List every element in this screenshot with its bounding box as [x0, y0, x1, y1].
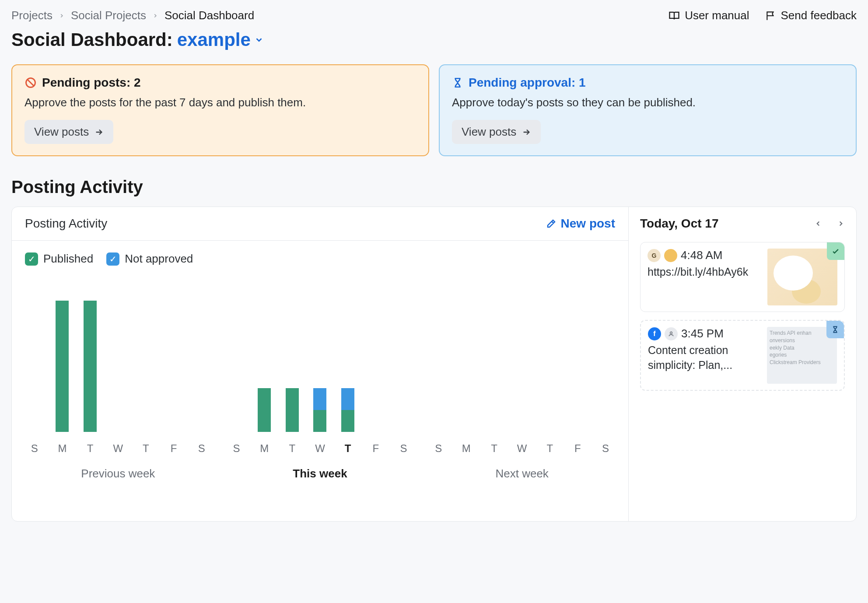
bar-column: [167, 274, 180, 432]
day-label: S: [230, 442, 243, 455]
week-label: Previous week: [25, 467, 211, 480]
view-pending-approval-button[interactable]: View posts: [452, 120, 541, 144]
day-label: T: [487, 442, 500, 455]
bar-column: [487, 274, 500, 432]
post-time: 3:45 PM: [681, 327, 724, 340]
g-channel-icon: G: [648, 249, 661, 262]
posting-activity-card: Posting Activity New post ✓ Published ✓ …: [11, 207, 857, 522]
bar-column: [369, 274, 382, 432]
posting-activity-chart: SMTWTFSPrevious weekSMTWTFSThis weekSMTW…: [12, 270, 628, 494]
bar-column: [56, 274, 69, 432]
bar-column: [460, 274, 473, 432]
day-label: T: [341, 442, 354, 455]
bar-column: [515, 274, 528, 432]
send-feedback-link[interactable]: Send feedback: [765, 9, 857, 22]
status-ok-badge: [827, 242, 844, 260]
day-label: W: [515, 442, 528, 455]
week-label: This week: [227, 467, 413, 480]
next-day-button[interactable]: [837, 220, 845, 228]
bar-column: [313, 274, 326, 432]
day-label: S: [397, 442, 410, 455]
arrow-right-icon: [522, 127, 531, 137]
post-text: https://bit.ly/4hbAy6k: [648, 265, 760, 280]
day-label: T: [139, 442, 152, 455]
day-label: T: [84, 442, 97, 455]
day-label: F: [571, 442, 584, 455]
day-label: S: [432, 442, 445, 455]
day-label: T: [286, 442, 299, 455]
user-manual-link[interactable]: User manual: [668, 9, 749, 22]
book-icon: [668, 10, 680, 22]
bar-published: [258, 388, 271, 432]
view-pending-posts-button[interactable]: View posts: [24, 120, 113, 144]
chevron-right-icon: [59, 13, 65, 19]
breadcrumb: Projects Social Projects Social Dashboar…: [11, 9, 254, 22]
bar-published: [313, 410, 326, 432]
arrow-right-icon: [94, 127, 104, 137]
bar-not-approved: [313, 388, 326, 410]
bar-column: [139, 274, 152, 432]
post-time: 4:48 AM: [681, 249, 722, 262]
post-text: Content creation simplicity: Plan,...: [648, 343, 760, 373]
post-card[interactable]: G4:48 AMhttps://bit.ly/4hbAy6k: [640, 242, 845, 312]
pending-approval-alert: Pending approval: 1 Approve today's post…: [439, 64, 857, 156]
breadcrumb-projects[interactable]: Projects: [11, 9, 52, 22]
day-label: M: [460, 442, 473, 455]
chevron-right-icon: [152, 13, 158, 19]
chevron-down-icon: [254, 35, 264, 45]
fb-channel-icon: f: [648, 327, 661, 340]
bar-column: [28, 274, 41, 432]
bar-not-approved: [341, 388, 354, 410]
bar-published: [84, 301, 97, 432]
day-label: S: [28, 442, 41, 455]
bar-column: [543, 274, 556, 432]
checkbox-icon: ✓: [106, 252, 119, 266]
bar-column: [230, 274, 243, 432]
bar-column: [397, 274, 410, 432]
flag-icon: [765, 10, 777, 21]
page-title: Social Dashboard: example: [11, 29, 857, 50]
day-label: F: [369, 442, 382, 455]
hourglass-icon: [452, 77, 463, 88]
day-label: F: [167, 442, 180, 455]
prohibit-icon: [24, 77, 37, 89]
bar-published: [56, 301, 69, 432]
posting-activity-title: Posting Activity: [11, 177, 857, 197]
chart-week: SMTWTFSPrevious week: [25, 274, 211, 480]
breadcrumb-social-projects[interactable]: Social Projects: [71, 9, 146, 22]
day-label: W: [112, 442, 125, 455]
svg-point-1: [670, 332, 672, 334]
chart-title: Posting Activity: [25, 217, 107, 231]
project-selector[interactable]: example: [177, 29, 264, 50]
today-title: Today, Oct 17: [640, 217, 718, 231]
checkbox-icon: ✓: [25, 252, 38, 266]
bar-column: [286, 274, 299, 432]
prev-day-button[interactable]: [814, 220, 822, 228]
legend-not-approved[interactable]: ✓ Not approved: [106, 252, 193, 266]
day-label: M: [56, 442, 69, 455]
day-label: S: [195, 442, 208, 455]
bar-published: [341, 410, 354, 432]
bar-column: [84, 274, 97, 432]
post-card[interactable]: f3:45 PMContent creation simplicity: Pla…: [640, 320, 845, 391]
bar-column: [432, 274, 445, 432]
bar-column: [195, 274, 208, 432]
bar-column: [112, 274, 125, 432]
legend-published[interactable]: ✓ Published: [25, 252, 93, 266]
day-label: W: [313, 442, 326, 455]
bar-column: [341, 274, 354, 432]
status-pending-badge: [826, 321, 844, 338]
or-channel-icon: [664, 249, 677, 262]
day-label: T: [543, 442, 556, 455]
gr-channel-icon: [665, 327, 678, 340]
chart-week: SMTWTFSThis week: [227, 274, 413, 480]
bar-column: [571, 274, 584, 432]
day-label: S: [599, 442, 612, 455]
bar-published: [286, 388, 299, 432]
new-post-button[interactable]: New post: [546, 217, 615, 231]
breadcrumb-current: Social Dashboard: [164, 9, 254, 22]
pending-posts-alert: Pending posts: 2 Approve the posts for t…: [11, 64, 429, 156]
edit-icon: [546, 218, 556, 229]
bar-column: [258, 274, 271, 432]
bar-column: [599, 274, 612, 432]
